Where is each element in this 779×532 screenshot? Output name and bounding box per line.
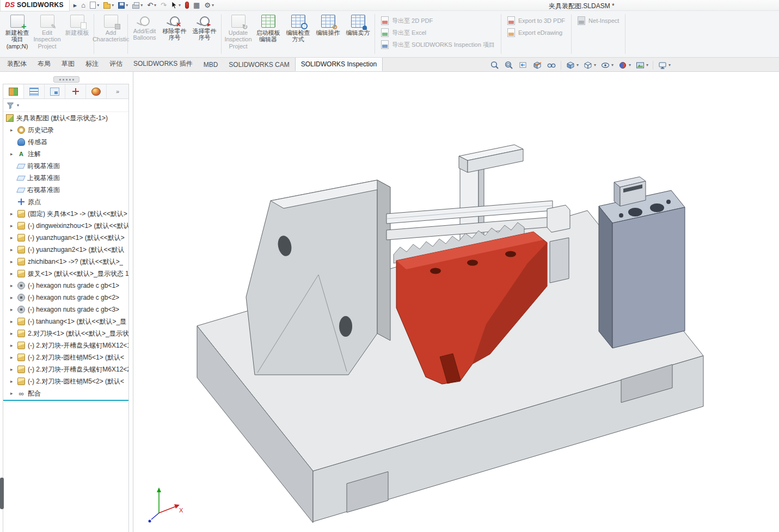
options-button[interactable]: ⚙▾ [203, 1, 216, 10]
design-table-button[interactable]: ▦ [192, 1, 201, 10]
expand-arrow-icon[interactable]: ▸ [10, 271, 17, 276]
net-inspect-button[interactable]: Net-Inspect [578, 16, 619, 25]
tree-item-component-bocha[interactable]: ▸ 拨叉<1> (默认<<默认>_显示状态 1 [3, 268, 128, 280]
tree-item-component-pin-1[interactable]: ▸ (-) 2.对刀块-圆柱销M5<1> (默认< [3, 351, 128, 363]
home-button[interactable]: ⌂ [79, 1, 87, 10]
tab-evaluate[interactable]: 评估 [104, 57, 128, 71]
tree-item-component-hexnut-1[interactable]: ▸ (-) hexagon nuts grade c gb<1> [3, 280, 128, 292]
export-3d-pdf-button[interactable]: Export to 3D PDF [507, 16, 565, 25]
expand-arrow-icon[interactable]: ▸ [10, 355, 17, 360]
app-logo[interactable]: DS SOLIDWORKS [0, 0, 70, 11]
tab-sketch[interactable]: 草图 [56, 57, 80, 71]
filter-funnel-icon[interactable] [6, 101, 15, 110]
new-template-button[interactable]: 新建模板 [62, 12, 92, 56]
tab-addins[interactable]: SOLIDWORKS 插件 [128, 57, 198, 71]
displaymanager-tab[interactable] [86, 84, 107, 98]
tree-item-mates[interactable]: ▸ ∞ 配合 [3, 387, 128, 399]
new-document-button[interactable]: ▾ [88, 1, 101, 10]
dimxpertmanager-tab[interactable] [65, 84, 86, 98]
open-button[interactable]: ▾ [102, 1, 115, 10]
export-2d-pdf-button[interactable]: 导出至 2D PDF [381, 16, 495, 25]
hide-show-items-button[interactable]: ▾ [599, 59, 615, 71]
tree-item-component-hexnut-2[interactable]: ▸ (-) hexagon nuts grade c gb<2> [3, 292, 128, 304]
expand-arrow-icon[interactable]: ▸ [10, 331, 17, 336]
tree-item-history[interactable]: ▸ 历史记录 [3, 124, 128, 136]
print-button[interactable]: ▾ [131, 1, 144, 10]
graphics-viewport[interactable]: X [133, 72, 779, 532]
tab-markup[interactable]: 标注 [80, 57, 104, 71]
select-tool-button[interactable]: ▾ [169, 1, 182, 10]
expand-arrow-icon[interactable]: ▸ [10, 235, 17, 240]
display-style-button[interactable]: ▾ [582, 59, 597, 71]
expand-arrow-icon[interactable]: ▸ [10, 283, 17, 288]
expand-arrow-icon[interactable]: ▸ [10, 295, 17, 300]
tree-item-component-zhichiban[interactable]: ▸ zhichiban<1> ->? (默认<<默认>_ [3, 256, 128, 268]
tab-solidworks-cam[interactable]: SOLIDWORKS CAM [223, 58, 295, 71]
tree-item-plane-front[interactable]: ▸ 前视基准面 [3, 160, 128, 172]
configurationmanager-tab[interactable] [45, 84, 65, 98]
tree-item-sensors[interactable]: ▸ 传感器 [3, 136, 128, 148]
export-excel-button[interactable]: 导出至 Excel [381, 28, 495, 37]
tree-item-origin[interactable]: ▸ 原点 [3, 196, 128, 208]
remove-balloons-button[interactable]: 移除零件序号 [160, 12, 189, 56]
tree-item-component-screw-2[interactable]: ▸ (-) 2.对刀块-开槽盘头螺钉M6X12<2 [3, 363, 128, 375]
export-inspection-project-button[interactable]: 导出至 SOLIDWORKS Inspection 项目 [381, 40, 495, 49]
chevron-down-icon[interactable]: ▾ [17, 103, 19, 108]
tree-item-component-jiajuti[interactable]: ▸ (固定) 夹具体<1> -> (默认<<默认> [3, 208, 128, 220]
tree-item-plane-right[interactable]: ▸ 右视基准面 [3, 184, 128, 196]
expand-arrow-icon[interactable]: ▸ [10, 379, 17, 384]
expand-arrow-icon[interactable]: ▸ [10, 307, 17, 312]
add-edit-balloons-button[interactable]: Add/Edit Balloons [130, 12, 160, 56]
expand-arrow-icon[interactable]: ▸ [10, 247, 17, 252]
expand-arrow-icon[interactable]: ▸ [10, 211, 17, 216]
zoom-fit-button[interactable] [489, 59, 501, 71]
tree-item-component-yuanzhugan1[interactable]: ▸ (-) yuanzhugan<1> (默认<<默认> [3, 232, 128, 244]
save-button[interactable]: ▾ [116, 1, 130, 10]
manager-tab-overflow[interactable]: » [107, 84, 128, 98]
tree-item-component-pin-2[interactable]: ▸ (-) 2.对刀块-圆柱销M5<2> (默认< [3, 375, 128, 387]
export-edrawing-button[interactable]: Export eDrawing [507, 28, 565, 37]
previous-view-button[interactable] [517, 59, 529, 71]
select-balloons-button[interactable]: 选择零件序号 [189, 12, 219, 56]
zoom-area-button[interactable] [503, 59, 515, 71]
featuremanager-tab[interactable] [3, 84, 24, 98]
tab-mbd[interactable]: MBD [198, 58, 224, 71]
tab-solidworks-inspection[interactable]: SOLIDWORKS Inspection [295, 57, 383, 71]
expand-arrow-icon[interactable]: ▸ [10, 319, 17, 324]
dynamic-annotation-views-button[interactable] [545, 59, 557, 71]
tree-item-component-tanhuang[interactable]: ▸ (-) tanhuang<1> (默认<<默认>_显 [3, 316, 128, 327]
expand-arrow-icon[interactable]: ▸ [10, 151, 17, 157]
tab-layout[interactable]: 布局 [32, 57, 56, 71]
view-settings-button[interactable]: ▾ [657, 59, 672, 71]
tree-item-component-yuanzhugan2[interactable]: ▸ (-) yuanzhugan2<1> (默认<<默认 [3, 244, 128, 256]
expand-arrow-icon[interactable]: ▸ [10, 367, 17, 372]
expand-arrow-icon[interactable]: ▸ [10, 391, 17, 396]
undo-button[interactable]: ↶▾ [145, 1, 158, 10]
tree-item-component-dingweixinzhou[interactable]: ▸ (-) dingweixinzhou<1> (默认<<默认> [3, 220, 128, 232]
expand-arrow-icon[interactable]: ▸ [10, 223, 17, 228]
redo-button[interactable]: ↷ [159, 1, 168, 10]
apply-scene-button[interactable]: ▾ [634, 59, 649, 71]
edit-appearance-button[interactable]: ▾ [617, 59, 632, 71]
expand-arrow-icon[interactable]: ▸ [10, 343, 17, 348]
tree-item-component-screw-1[interactable]: ▸ (-) 2.对刀块-开槽盘头螺钉M6X12<1 [3, 339, 128, 351]
edit-vendor-button[interactable]: 编辑卖方 [343, 12, 373, 56]
edit-operation-button[interactable]: 编辑操作 [313, 12, 343, 56]
tree-item-plane-top[interactable]: ▸ 上视基准面 [3, 172, 128, 184]
edit-inspection-method-button[interactable]: 编辑检查方式 [283, 12, 313, 56]
update-inspection-project-button[interactable]: Update Inspection Project [223, 12, 253, 56]
expand-arrow-icon[interactable]: ▸ [10, 259, 17, 264]
expand-arrow-icon[interactable]: ▸ [10, 127, 17, 133]
model-canvas[interactable]: X [133, 72, 779, 532]
tree-item-component-hexnut-3[interactable]: ▸ (-) hexagon nuts grade c gb<3> [3, 304, 128, 316]
app-menu-arrow[interactable]: ▸ [72, 1, 79, 10]
edit-inspection-project-button[interactable]: Edit Inspection Project [32, 12, 62, 56]
tab-assembly[interactable]: 装配体 [2, 57, 32, 71]
tree-item-annotations[interactable]: ▸ A 注解 [3, 148, 128, 160]
propertymanager-tab[interactable] [24, 84, 45, 98]
new-inspection-project-button[interactable]: 新建检查项目 (amp;N) [2, 12, 32, 56]
tree-item-component-duidaokuai[interactable]: ▸ 2.对刀块<1> (默认<<默认>_显示状 [3, 327, 128, 339]
launch-template-editor-button[interactable]: 启动模板编辑器 [253, 12, 283, 56]
add-characteristic-button[interactable]: Add Characteristic [96, 12, 126, 56]
panel-scrollbar-thumb[interactable] [0, 478, 4, 509]
